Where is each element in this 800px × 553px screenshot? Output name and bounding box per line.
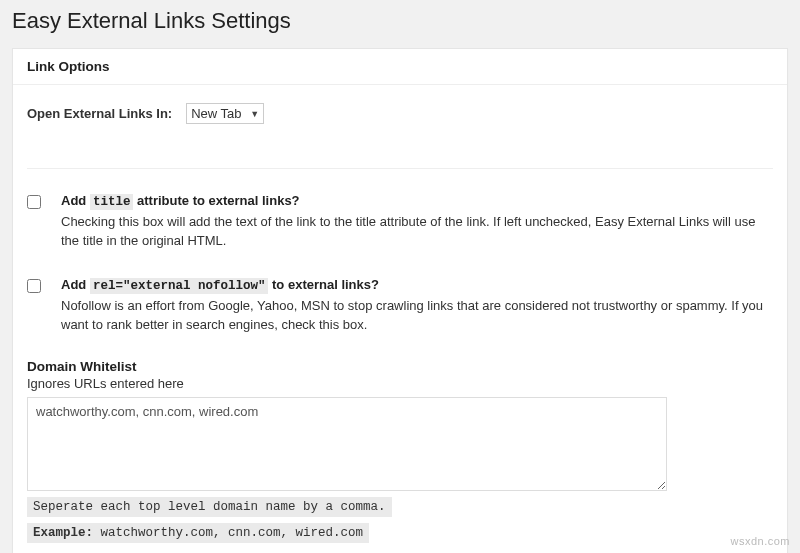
- rel-code: rel="external nofollow": [90, 278, 269, 294]
- open-in-label: Open External Links In:: [27, 106, 172, 121]
- open-in-row: Open External Links In: New Tab ▼: [27, 103, 773, 148]
- rel-attr-row: Add rel="external nofollow" to external …: [27, 275, 773, 335]
- rel-attr-desc: Nofollow is an effort from Google, Yahoo…: [61, 296, 773, 335]
- title-attr-row: Add title attribute to external links? C…: [27, 191, 773, 251]
- open-in-select[interactable]: New Tab ▼: [186, 103, 264, 124]
- title-attr-heading: Add title attribute to external links?: [61, 191, 773, 212]
- whitelist-hints: Seperate each top level domain name by a…: [27, 491, 667, 543]
- whitelist-textarea[interactable]: [27, 397, 667, 491]
- title-attr-desc: Checking this box will add the text of t…: [61, 212, 773, 251]
- rel-attr-checkbox[interactable]: [27, 279, 41, 293]
- title-attr-checkbox[interactable]: [27, 195, 41, 209]
- whitelist-heading: Domain Whitelist: [27, 359, 773, 374]
- divider: [27, 168, 773, 169]
- rel-attr-heading: Add rel="external nofollow" to external …: [61, 275, 773, 296]
- title-code: title: [90, 194, 134, 210]
- whitelist-hint-1: Seperate each top level domain name by a…: [27, 497, 392, 517]
- open-in-value: New Tab: [191, 106, 241, 121]
- chevron-down-icon: ▼: [250, 109, 259, 119]
- link-options-header: Link Options: [13, 49, 787, 85]
- watermark: wsxdn.com: [730, 535, 790, 547]
- page-title: Easy External Links Settings: [0, 0, 800, 48]
- whitelist-hint-2: Example: watchworthy.com, cnn.com, wired…: [27, 523, 369, 543]
- whitelist-subtext: Ignores URLs entered here: [27, 376, 773, 391]
- link-options-panel: Link Options Open External Links In: New…: [12, 48, 788, 553]
